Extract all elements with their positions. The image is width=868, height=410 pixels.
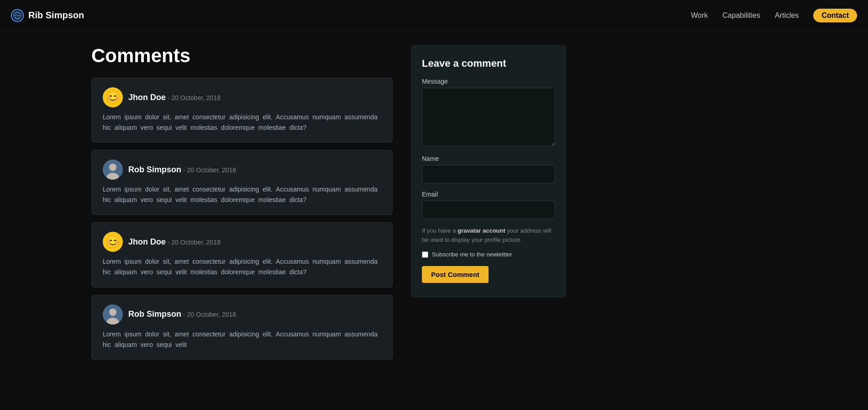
globe-icon xyxy=(11,9,24,22)
comments-section: Comments 😊 Jhon Doe - 20 October, 2018 L… xyxy=(91,45,393,367)
comment-header: Rob Simpson - 20 October, 2018 xyxy=(103,160,381,180)
subscribe-label: Subscribe me to the newlettter xyxy=(432,251,512,258)
comment-body: Lorem ipsum dolor sit, amet consectetur … xyxy=(103,112,381,133)
gravatar-link: gravatar account xyxy=(458,227,505,234)
comment-body: Lorem ipsum dolor sit, amet consectetur … xyxy=(103,329,381,350)
nav-articles[interactable]: Articles xyxy=(775,11,799,20)
svg-point-5 xyxy=(109,164,116,171)
comment-card: 😊 Jhon Doe - 20 October, 2018 Lorem ipsu… xyxy=(91,222,393,287)
comment-meta: Rob Simpson - 20 October, 2018 xyxy=(128,165,236,175)
comment-author: Rob Simpson xyxy=(128,309,181,319)
main-nav: Work Capabilities Articles Contact xyxy=(691,9,857,22)
email-input[interactable] xyxy=(422,201,555,219)
comment-meta: Rob Simpson - 20 October, 2018 xyxy=(128,309,236,319)
avatar: 😊 xyxy=(103,87,123,107)
avatar xyxy=(103,304,123,325)
comment-card: 😊 Jhon Doe - 20 October, 2018 Lorem ipsu… xyxy=(91,78,393,143)
comments-title: Comments xyxy=(91,45,393,67)
svg-point-8 xyxy=(109,309,116,316)
nav-contact-button[interactable]: Contact xyxy=(813,9,857,22)
comment-date: - 20 October, 2018 xyxy=(168,239,221,246)
gravatar-text-before: If you have a xyxy=(422,227,458,234)
comment-header: 😊 Jhon Doe - 20 October, 2018 xyxy=(103,87,381,107)
comment-card: Rob Simpson - 20 October, 2018 Lorem ips… xyxy=(91,295,393,360)
site-header: Rib Simpson Work Capabilities Articles C… xyxy=(0,0,868,31)
comment-header: 😊 Jhon Doe - 20 October, 2018 xyxy=(103,232,381,252)
message-textarea[interactable] xyxy=(422,88,555,146)
logo[interactable]: Rib Simpson xyxy=(11,9,84,22)
subscribe-checkbox[interactable] xyxy=(422,251,428,258)
comment-form-section: Leave a comment Message Name Email If yo… xyxy=(411,45,566,367)
comment-body: Lorem ipsum dolor sit, amet consectetur … xyxy=(103,184,381,205)
comment-meta: Jhon Doe - 20 October, 2018 xyxy=(128,93,221,102)
comment-author: Jhon Doe xyxy=(128,93,166,102)
nav-capabilities[interactable]: Capabilities xyxy=(722,11,760,20)
comment-meta: Jhon Doe - 20 October, 2018 xyxy=(128,237,221,247)
subscribe-row: Subscribe me to the newlettter xyxy=(422,251,555,258)
name-input[interactable] xyxy=(422,165,555,183)
comment-date: - 20 October, 2018 xyxy=(183,311,236,318)
comment-author: Rob Simpson xyxy=(128,165,181,175)
post-comment-button[interactable]: Post Comment xyxy=(422,266,489,283)
site-title: Rib Simpson xyxy=(28,10,84,21)
comment-form-box: Leave a comment Message Name Email If yo… xyxy=(411,45,566,298)
avatar xyxy=(103,160,123,180)
comment-header: Rob Simpson - 20 October, 2018 xyxy=(103,304,381,325)
comments-list: 😊 Jhon Doe - 20 October, 2018 Lorem ipsu… xyxy=(91,78,393,360)
name-label: Name xyxy=(422,155,555,162)
comment-body: Lorem ipsum dolor sit, amet consectetur … xyxy=(103,256,381,277)
comment-card: Rob Simpson - 20 October, 2018 Lorem ips… xyxy=(91,150,393,215)
nav-work[interactable]: Work xyxy=(691,11,708,20)
message-label: Message xyxy=(422,78,555,85)
comment-date: - 20 October, 2018 xyxy=(168,94,221,101)
form-title: Leave a comment xyxy=(422,58,555,69)
email-label: Email xyxy=(422,191,555,198)
gravatar-note: If you have a gravatar account your addr… xyxy=(422,226,555,245)
main-container: Comments 😊 Jhon Doe - 20 October, 2018 L… xyxy=(0,31,594,385)
comment-date: - 20 October, 2018 xyxy=(183,166,236,174)
comment-author: Jhon Doe xyxy=(128,237,166,247)
avatar: 😊 xyxy=(103,232,123,252)
